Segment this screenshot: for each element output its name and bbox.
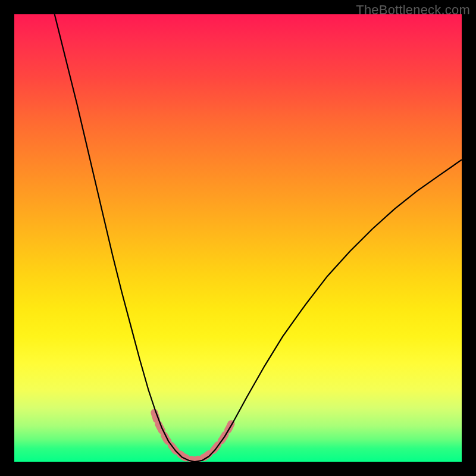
chart-frame: TheBottleneck.com	[0, 0, 476, 476]
watermark-text: TheBottleneck.com	[356, 2, 470, 18]
plot-area	[14, 14, 462, 462]
bottleneck-curve	[55, 14, 462, 462]
curves-svg	[14, 14, 462, 462]
